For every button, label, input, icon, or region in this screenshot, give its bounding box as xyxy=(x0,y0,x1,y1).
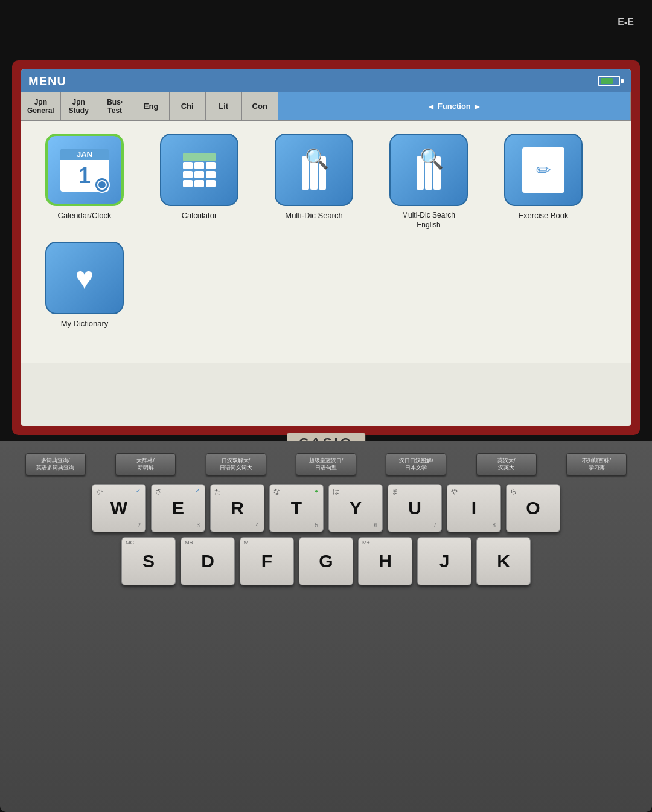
device-label: E-E xyxy=(618,17,634,28)
key-O-jp: ら xyxy=(510,487,517,496)
search-magnifier-icon: 🔍 xyxy=(305,147,329,170)
key-E-jp: さ xyxy=(155,487,162,496)
key-F-sub: M- xyxy=(244,540,251,546)
key-T[interactable]: な ● T 5 xyxy=(269,484,324,532)
key-R[interactable]: た R 4 xyxy=(210,484,264,532)
tab-jpn-general[interactable]: JpnGeneral xyxy=(21,92,61,120)
key-I-main: I xyxy=(471,499,476,517)
key-U[interactable]: ま U 7 xyxy=(388,484,442,532)
icon-item-calculator[interactable]: Calculator xyxy=(148,134,251,221)
tab-bus-test[interactable]: Bus·Test xyxy=(97,92,133,120)
fn-key-4[interactable]: 超级皇冠汉日/日语句型 xyxy=(296,453,356,475)
screen-header: MENU xyxy=(21,69,631,92)
key-H[interactable]: M+ H xyxy=(358,537,412,585)
key-I-num: 8 xyxy=(492,522,496,529)
key-Y-num: 6 xyxy=(374,522,377,529)
clock-face xyxy=(97,180,107,190)
calc-display xyxy=(183,153,216,161)
key-W-num: 2 xyxy=(137,522,141,529)
key-U-main: U xyxy=(408,499,421,517)
icons-row-1: JAN 1 Calendar/Clock xyxy=(33,134,619,230)
icon-item-calendar[interactable]: JAN 1 Calendar/Clock xyxy=(33,134,136,221)
battery-indicator xyxy=(598,76,624,86)
key-Y[interactable]: は Y 6 xyxy=(328,484,383,532)
multidic-icon: 🔍 xyxy=(302,150,326,190)
key-D-sub: MR xyxy=(185,540,193,546)
icon-item-my-dictionary[interactable]: ♥ My Dictionary xyxy=(33,242,136,329)
calculator-icon xyxy=(183,153,216,187)
clock-overlay xyxy=(94,177,110,193)
key-S-sub: MC xyxy=(126,540,134,546)
key-T-main: T xyxy=(291,499,302,517)
icon-label-my-dictionary: My Dictionary xyxy=(61,319,109,329)
tab-chi[interactable]: Chi xyxy=(170,92,206,120)
key-S-main: S xyxy=(142,552,155,570)
pencil-icon: ✏ xyxy=(536,160,551,181)
key-I[interactable]: や I 8 xyxy=(447,484,501,532)
fn-key-5[interactable]: 汉日日汉图解/日本文学 xyxy=(386,453,446,475)
icon-item-multidic-english[interactable]: 🔍 Multi-Dic SearchEnglish xyxy=(377,134,480,230)
tab-jpn-study[interactable]: JpnStudy xyxy=(61,92,97,120)
key-E[interactable]: さ ✓ E 3 xyxy=(151,484,205,532)
key-O[interactable]: ら O xyxy=(506,484,560,532)
icon-item-multidic[interactable]: 🔍 Multi-Dic Search xyxy=(263,134,365,221)
battery-tip xyxy=(621,79,624,83)
key-K-main: K xyxy=(497,552,510,570)
fn-key-2[interactable]: 大辞林/新明解 xyxy=(115,453,176,475)
icon-label-multidic-english: Multi-Dic SearchEnglish xyxy=(402,211,455,230)
device: E-E MENU JpnGeneral JpnStudy Bus·Test En… xyxy=(0,0,652,812)
key-I-jp: や xyxy=(451,487,458,496)
icon-box-my-dictionary[interactable]: ♥ xyxy=(45,242,124,314)
fn-key-7[interactable]: 不列颠百科/学习薄 xyxy=(566,453,627,475)
cal-month: JAN xyxy=(60,149,109,160)
battery-body xyxy=(598,76,620,86)
key-O-main: O xyxy=(526,499,540,517)
icon-label-calculator: Calculator xyxy=(182,211,217,221)
icons-grid: JAN 1 Calendar/Clock xyxy=(33,134,619,329)
tab-eng[interactable]: Eng xyxy=(133,92,170,120)
icon-label-multidic: Multi-Dic Search xyxy=(285,211,342,221)
icon-box-calculator[interactable] xyxy=(160,134,238,206)
key-H-main: H xyxy=(379,552,392,570)
icon-box-multidic[interactable]: 🔍 xyxy=(275,134,353,206)
icon-box-exercise-book[interactable]: ✏ xyxy=(504,134,583,206)
cal-day: 1 xyxy=(78,165,91,187)
key-H-sub: M+ xyxy=(362,540,370,546)
calc-key-2 xyxy=(194,162,204,169)
tab-con[interactable]: Con xyxy=(242,92,278,120)
tab-lit[interactable]: Lit xyxy=(206,92,242,120)
cal-body: 1 xyxy=(60,160,109,192)
heart-icon: ♥ xyxy=(75,260,94,296)
key-E-sub2: ✓ xyxy=(195,488,200,494)
key-F-main: F xyxy=(261,552,272,570)
key-E-main: E xyxy=(172,499,184,517)
key-T-dot: ● xyxy=(315,488,318,494)
fn-key-3[interactable]: 日汉双解大/日语同义词大 xyxy=(206,453,266,475)
exercise-book-icon: ✏ xyxy=(522,147,564,193)
key-D[interactable]: MR D xyxy=(181,537,235,585)
multidic-english-icon: 🔍 xyxy=(417,150,441,190)
fn-key-1[interactable]: 多词典查询/英语多词典查询 xyxy=(25,453,86,475)
key-R-jp: た xyxy=(214,487,221,496)
fn-key-6[interactable]: 英汉大/汉英大 xyxy=(476,453,537,475)
key-Y-jp: は xyxy=(333,487,339,496)
icon-box-calendar[interactable]: JAN 1 xyxy=(45,134,124,206)
key-E-num: 3 xyxy=(196,522,200,529)
calc-key-9 xyxy=(206,180,216,187)
key-F[interactable]: M- F xyxy=(240,537,294,585)
tab-navigation: JpnGeneral JpnStudy Bus·Test Eng Chi Lit… xyxy=(21,92,631,121)
icon-item-exercise-book[interactable]: ✏ Exercise Book xyxy=(492,134,595,221)
key-J-main: J xyxy=(439,552,450,570)
key-K[interactable]: K xyxy=(476,537,531,585)
key-W-main: W xyxy=(110,499,127,517)
key-D-main: D xyxy=(201,552,214,570)
key-W[interactable]: か ✓ W 2 xyxy=(92,484,146,532)
calc-key-7 xyxy=(183,180,193,187)
icon-box-multidic-english[interactable]: 🔍 xyxy=(389,134,468,206)
key-R-main: R xyxy=(231,499,244,517)
key-S[interactable]: MC S xyxy=(121,537,176,585)
tab-function[interactable]: ◄ Function ► xyxy=(278,92,631,120)
key-G-main: G xyxy=(319,552,333,570)
key-G[interactable]: G xyxy=(299,537,353,585)
key-J[interactable]: J xyxy=(417,537,471,585)
